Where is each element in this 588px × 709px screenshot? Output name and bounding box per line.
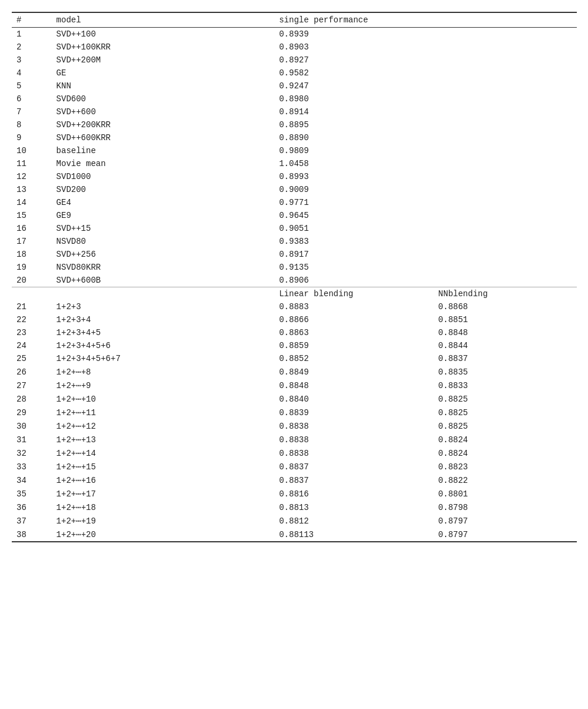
cell-linear: 0.88113 <box>274 528 433 542</box>
table-row: 3 SVD++200M 0.8927 <box>12 54 577 67</box>
subheader-linear: Linear blending <box>274 287 433 301</box>
cell-single: 0.8906 <box>274 274 433 287</box>
cell-model: SVD++200KRR <box>52 118 275 131</box>
cell-model: SVD++600B <box>52 274 275 287</box>
table-row: 7 SVD++600 0.8914 <box>12 105 577 118</box>
cell-num: 6 <box>12 92 52 105</box>
cell-nn: 0.8824 <box>434 446 577 460</box>
cell-empty <box>434 144 577 157</box>
table-row: 6 SVD600 0.8980 <box>12 92 577 105</box>
table-row: 2 SVD++100KRR 0.8903 <box>12 41 577 54</box>
cell-linear: 0.8840 <box>274 392 433 406</box>
cell-single: 0.9771 <box>274 196 433 209</box>
cell-model: KNN <box>52 79 275 92</box>
blend-row: 36 1+2+⋯+18 0.8813 0.8798 <box>12 501 577 514</box>
cell-linear: 0.8838 <box>274 446 433 460</box>
cell-linear: 0.8816 <box>274 487 433 501</box>
cell-empty <box>434 183 577 196</box>
cell-empty <box>434 131 577 144</box>
cell-single: 0.8993 <box>274 170 433 183</box>
cell-num: 38 <box>12 528 52 542</box>
table-row: 17 NSVD80 0.9383 <box>12 235 577 248</box>
cell-model: Movie mean <box>52 157 275 170</box>
cell-single: 0.9009 <box>274 183 433 196</box>
cell-model: 1+2+3+4+5 <box>52 326 275 339</box>
cell-single: 0.9247 <box>274 79 433 92</box>
blend-subheader-row: Linear blending NNblending <box>12 287 577 301</box>
cell-empty <box>434 170 577 183</box>
cell-empty <box>434 157 577 170</box>
cell-num: 2 <box>12 41 52 54</box>
cell-num: 9 <box>12 131 52 144</box>
cell-num: 36 <box>12 501 52 514</box>
cell-num: 37 <box>12 514 52 528</box>
cell-model: SVD200 <box>52 183 275 196</box>
cell-linear: 0.8837 <box>274 473 433 487</box>
cell-single: 0.8917 <box>274 248 433 261</box>
cell-linear: 0.8837 <box>274 460 433 473</box>
cell-empty <box>434 222 577 235</box>
table-row: 19 NSVD80KRR 0.9135 <box>12 261 577 274</box>
blend-row: 25 1+2+3+4+5+6+7 0.8852 0.8837 <box>12 352 577 365</box>
blend-row: 26 1+2+⋯+8 0.8849 0.8835 <box>12 365 577 379</box>
cell-num: 1 <box>12 28 52 41</box>
cell-linear: 0.8859 <box>274 339 433 352</box>
cell-nn: 0.8825 <box>434 392 577 406</box>
cell-num: 4 <box>12 67 52 79</box>
cell-empty <box>434 105 577 118</box>
cell-model: 1+2+⋯+17 <box>52 487 275 501</box>
blend-row: 37 1+2+⋯+19 0.8812 0.8797 <box>12 514 577 528</box>
subheader-nn: NNblending <box>434 287 577 301</box>
cell-num: 15 <box>12 209 52 222</box>
cell-nn: 0.8833 <box>434 379 577 392</box>
col-header-model: model <box>52 12 275 28</box>
table-row: 5 KNN 0.9247 <box>12 79 577 92</box>
cell-empty <box>434 67 577 79</box>
cell-model: 1+2+⋯+11 <box>52 406 275 419</box>
cell-nn: 0.8851 <box>434 313 577 326</box>
cell-nn: 0.8797 <box>434 528 577 542</box>
cell-single: 0.8927 <box>274 54 433 67</box>
cell-empty <box>434 41 577 54</box>
cell-model: SVD++200M <box>52 54 275 67</box>
cell-model: 1+2+⋯+15 <box>52 460 275 473</box>
blend-row: 34 1+2+⋯+16 0.8837 0.8822 <box>12 473 577 487</box>
cell-empty <box>434 28 577 41</box>
cell-num: 22 <box>12 313 52 326</box>
table-row: 13 SVD200 0.9009 <box>12 183 577 196</box>
cell-num: 18 <box>12 248 52 261</box>
cell-model: SVD++15 <box>52 222 275 235</box>
cell-model: 1+2+⋯+20 <box>52 528 275 542</box>
cell-nn: 0.8798 <box>434 501 577 514</box>
cell-single: 1.0458 <box>274 157 433 170</box>
cell-nn: 0.8837 <box>434 352 577 365</box>
cell-model: 1+2+3+4 <box>52 313 275 326</box>
cell-single: 0.9051 <box>274 222 433 235</box>
cell-model: 1+2+3+4+5+6 <box>52 339 275 352</box>
cell-model: 1+2+⋯+12 <box>52 419 275 433</box>
cell-num: 7 <box>12 105 52 118</box>
col-header-num: # <box>12 12 52 28</box>
cell-empty <box>434 118 577 131</box>
subheader-model <box>52 287 275 301</box>
table-row: 1 SVD++100 0.8939 <box>12 28 577 41</box>
cell-model: 1+2+⋯+18 <box>52 501 275 514</box>
cell-num: 33 <box>12 460 52 473</box>
cell-num: 10 <box>12 144 52 157</box>
blend-row: 38 1+2+⋯+20 0.88113 0.8797 <box>12 528 577 542</box>
subheader-num <box>12 287 52 301</box>
cell-empty <box>434 235 577 248</box>
cell-empty <box>434 79 577 92</box>
blend-row: 22 1+2+3+4 0.8866 0.8851 <box>12 313 577 326</box>
blend-row: 21 1+2+3 0.8883 0.8868 <box>12 300 577 313</box>
cell-linear: 0.8838 <box>274 433 433 446</box>
cell-num: 25 <box>12 352 52 365</box>
cell-num: 20 <box>12 274 52 287</box>
cell-num: 12 <box>12 170 52 183</box>
cell-single: 0.9135 <box>274 261 433 274</box>
table-row: 14 GE4 0.9771 <box>12 196 577 209</box>
data-table: # model single performance 1 SVD++100 0.… <box>12 12 577 542</box>
cell-num: 24 <box>12 339 52 352</box>
table-row: 20 SVD++600B 0.8906 <box>12 274 577 287</box>
table-row: 9 SVD++600KRR 0.8890 <box>12 131 577 144</box>
